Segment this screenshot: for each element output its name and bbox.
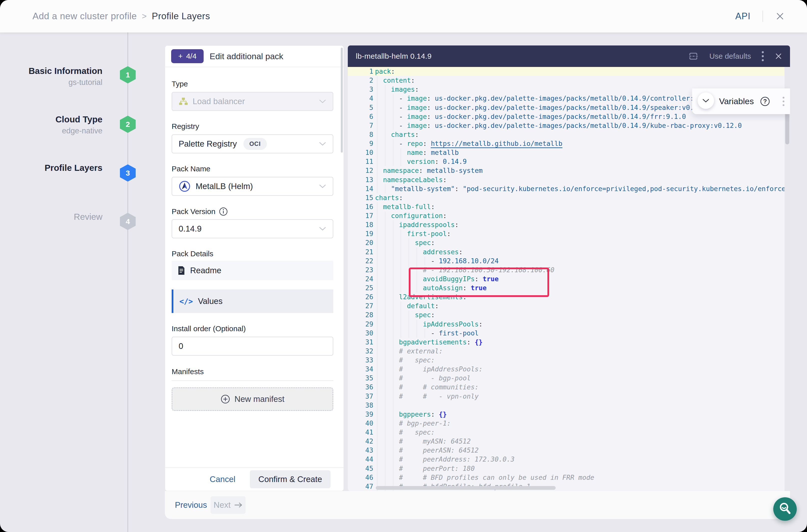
split-view-icon[interactable]: [688, 51, 699, 61]
indent-guide: [377, 310, 377, 320]
indent-guide: [377, 184, 377, 193]
indent-guide: [393, 410, 393, 419]
chevron-down-icon: [319, 99, 326, 104]
variables-kebab-menu-icon[interactable]: [783, 96, 785, 107]
line-number: 5: [348, 103, 373, 112]
line-number: 39: [348, 410, 373, 419]
edit-pack-panel-header: + 4/4 Edit additional pack: [165, 46, 343, 67]
indent-guide: [417, 256, 417, 266]
cancel-button[interactable]: Cancel: [210, 475, 236, 484]
line-number: 15: [348, 193, 373, 202]
annotation-highlight-box: [409, 267, 549, 297]
sidebar-step-review[interactable]: Review: [0, 211, 102, 222]
line-number: 46: [348, 473, 373, 482]
step-label: Cloud Type: [0, 114, 102, 125]
line-number: 44: [348, 455, 373, 464]
line-number: 41: [348, 428, 373, 437]
editor-horizontal-scrollbar-thumb[interactable]: [376, 486, 556, 490]
confirm-create-button[interactable]: Confirm & Create: [250, 470, 331, 488]
use-defaults-button[interactable]: Use defaults: [709, 52, 751, 60]
indent-guide: [393, 103, 393, 112]
step-1-hexagon[interactable]: 1: [120, 66, 136, 83]
sidebar-step-basic-information[interactable]: Basic Information gs-tutorial: [0, 65, 102, 88]
indent-guide: [377, 112, 377, 121]
indent-guide: [393, 329, 393, 338]
indent-guide: [377, 365, 377, 374]
tab-readme[interactable]: Readme: [172, 261, 333, 280]
line-number: 43: [348, 446, 373, 455]
yaml-editor-panel: lb-metallb-helm 0.14.9 Use defaults: [348, 45, 790, 491]
indent-guide: [377, 157, 377, 166]
pack-name-value: MetalLB (Helm): [195, 182, 253, 191]
line-number: 38: [348, 401, 373, 410]
indent-guide: [393, 238, 393, 247]
close-icon[interactable]: [775, 11, 785, 21]
plus-glyph: +: [178, 52, 183, 60]
indent-guide: [377, 256, 377, 266]
code-line: 42 # myASN: 64512: [348, 437, 790, 446]
step-4-hexagon[interactable]: 4: [120, 213, 136, 230]
indent-guide: [377, 347, 377, 356]
pack-version-select[interactable]: 0.14.9: [172, 219, 333, 238]
indent-guide: [393, 464, 393, 473]
registry-select[interactable]: Palette Registry OCI: [172, 134, 333, 153]
tab-values[interactable]: </> Values: [172, 289, 333, 313]
code-line: 10 name: metallb: [348, 148, 790, 157]
line-number: 28: [348, 310, 373, 320]
indent-guide: [393, 157, 393, 166]
indent-guide: [377, 238, 377, 247]
form-scrollbar-thumb[interactable]: [341, 48, 343, 153]
line-number: 3: [348, 85, 373, 94]
info-icon[interactable]: [219, 207, 228, 216]
readme-label: Readme: [190, 266, 221, 275]
new-manifest-button[interactable]: New manifest: [172, 387, 333, 411]
indent-guide: [393, 121, 393, 130]
indent-guide: [417, 320, 417, 329]
step-number: 3: [126, 169, 130, 177]
editor-close-icon[interactable]: [774, 52, 783, 60]
indent-guide: [377, 329, 377, 338]
editor-kebab-menu-icon[interactable]: [762, 51, 764, 62]
sidebar-step-cloud-type[interactable]: Cloud Type edge-native: [0, 114, 102, 136]
code-line: 35 # - bgp-pool: [348, 374, 790, 383]
code-line: 22 - 192.168.10.0/24: [348, 256, 790, 266]
step-2-hexagon[interactable]: 2: [120, 116, 136, 133]
indent-guide: [393, 292, 393, 302]
indent-guide: [393, 256, 393, 266]
indent-guide: [377, 229, 377, 238]
line-number: 23: [348, 266, 373, 274]
line-number: 25: [348, 284, 373, 292]
indent-guide: [401, 248, 401, 256]
help-search-beacon-button[interactable]: [773, 497, 797, 521]
indent-guide: [377, 166, 377, 175]
indent-guide: [377, 94, 377, 103]
next-button[interactable]: Next: [211, 496, 246, 514]
api-link[interactable]: API: [735, 11, 751, 21]
indent-guide: [401, 148, 401, 157]
help-icon[interactable]: ?: [760, 96, 770, 107]
code-line: 19 first-pool:: [348, 229, 790, 238]
chevron-down-icon: [319, 184, 326, 189]
chevron-down-icon: [319, 141, 326, 146]
code-line: 33 # spec:: [348, 356, 790, 365]
indent-guide: [393, 266, 393, 274]
line-number: 14: [348, 184, 373, 193]
line-number: 1: [348, 67, 373, 76]
line-number: 4: [348, 94, 373, 103]
chevron-down-icon: [702, 98, 710, 103]
stepper-track-line: [127, 33, 128, 532]
yaml-code-editor[interactable]: 1pack:2 content:3 images:4 - image: us-d…: [348, 67, 790, 491]
breadcrumb-parent-link[interactable]: Add a new cluster profile: [33, 11, 137, 21]
editor-vertical-scrollbar[interactable]: [785, 67, 790, 491]
line-number: 19: [348, 229, 373, 238]
previous-button[interactable]: Previous: [175, 491, 207, 519]
variables-expand-button[interactable]: [698, 92, 714, 109]
sidebar-step-profile-layers[interactable]: Profile Layers: [0, 162, 102, 173]
registry-value: Palette Registry: [179, 139, 237, 149]
indent-guide: [377, 103, 377, 112]
step-3-hexagon[interactable]: 3: [120, 164, 136, 182]
indent-guide: [409, 329, 409, 338]
pack-name-select[interactable]: MetalLB (Helm): [172, 177, 333, 196]
install-order-input[interactable]: 0: [172, 337, 333, 356]
indent-guide: [377, 356, 377, 365]
